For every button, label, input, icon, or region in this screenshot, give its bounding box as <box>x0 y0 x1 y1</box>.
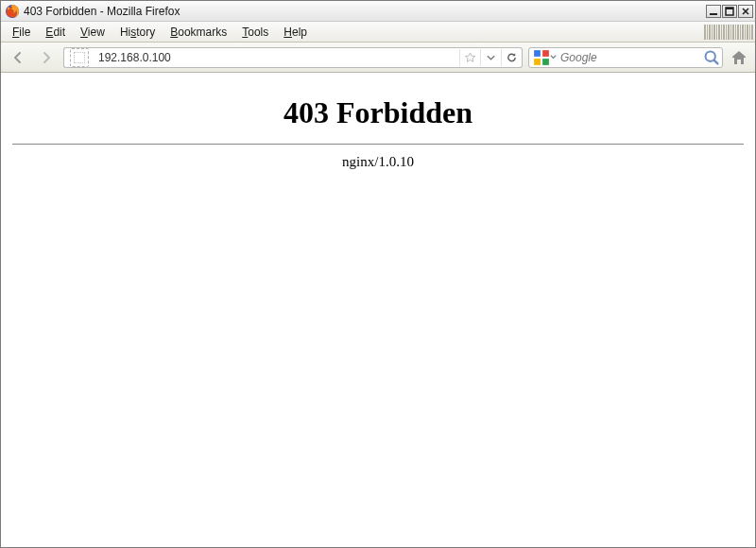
svg-rect-7 <box>542 59 549 65</box>
menu-tools-label: ools <box>248 26 268 39</box>
titlebar: 403 Forbidden - Mozilla Firefox <box>1 1 755 22</box>
menu-file[interactable]: File <box>5 23 38 42</box>
history-dropdown-icon[interactable] <box>480 49 497 66</box>
server-signature: nginx/1.0.10 <box>1 154 755 170</box>
close-button[interactable] <box>738 5 753 18</box>
nav-toolbar <box>1 43 755 73</box>
search-engine-icon[interactable] <box>533 49 550 66</box>
page-content: 403 Forbidden nginx/1.0.10 <box>1 73 755 547</box>
browser-window: 403 Forbidden - Mozilla Firefox File Edi… <box>0 0 756 548</box>
page-favicon-placeholder <box>70 48 89 67</box>
url-input[interactable] <box>98 51 459 64</box>
svg-rect-6 <box>534 59 541 65</box>
menu-view[interactable]: View <box>73 23 112 42</box>
window-title: 403 Forbidden - Mozilla Firefox <box>24 5 180 18</box>
menu-view-label: iew <box>88 26 105 39</box>
bookmark-star-icon[interactable] <box>459 49 476 66</box>
site-identity-box[interactable] <box>63 47 93 68</box>
search-go-icon[interactable] <box>703 49 720 66</box>
menu-tools[interactable]: Tools <box>234 23 276 42</box>
menu-edit-label: dit <box>53 26 65 39</box>
search-bar[interactable] <box>528 47 723 68</box>
menu-help-label: elp <box>292 26 307 39</box>
back-button[interactable] <box>7 47 29 68</box>
reload-button[interactable] <box>501 49 518 66</box>
menu-file-label: ile <box>19 26 30 39</box>
svg-rect-3 <box>726 8 733 9</box>
url-bar[interactable] <box>93 47 523 68</box>
search-input[interactable] <box>557 51 703 64</box>
svg-rect-5 <box>542 50 549 57</box>
home-button[interactable] <box>729 47 749 68</box>
error-page: 403 Forbidden nginx/1.0.10 <box>1 73 755 170</box>
menubar: File Edit View History Bookmarks Tools H… <box>1 22 755 43</box>
menu-history[interactable]: History <box>112 23 163 42</box>
forward-button[interactable] <box>35 47 58 68</box>
menu-bookmarks[interactable]: Bookmarks <box>163 23 234 42</box>
svg-rect-1 <box>710 13 717 15</box>
menu-help[interactable]: Help <box>276 23 315 42</box>
firefox-icon <box>5 4 20 19</box>
svg-rect-4 <box>534 50 541 57</box>
divider <box>12 144 744 145</box>
chevron-down-icon <box>550 54 557 60</box>
minimize-button[interactable] <box>706 5 721 18</box>
menu-history-label: tory <box>136 26 155 39</box>
error-heading: 403 Forbidden <box>1 95 755 130</box>
toolbar-grip[interactable] <box>702 22 755 42</box>
menu-bookmarks-label: ookmarks <box>178 26 227 39</box>
maximize-button[interactable] <box>722 5 737 18</box>
menu-edit[interactable]: Edit <box>38 23 73 42</box>
